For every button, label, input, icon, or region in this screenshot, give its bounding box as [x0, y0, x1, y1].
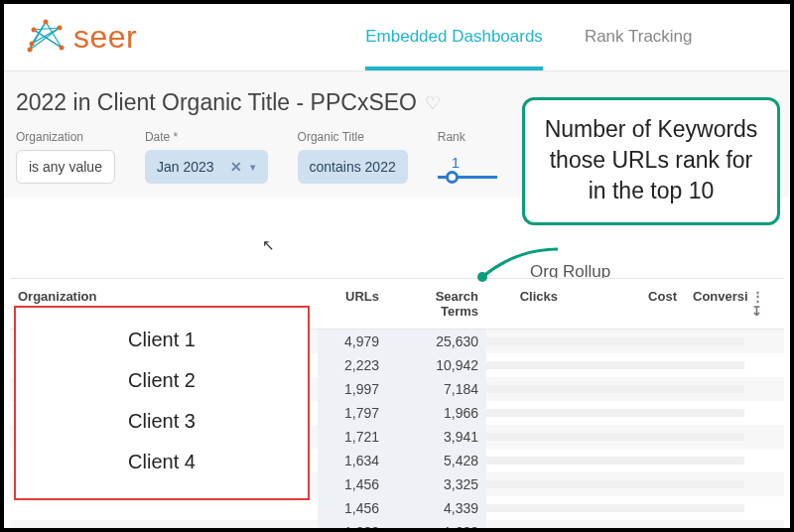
date-value: Jan 2023	[157, 159, 214, 175]
cell-clicks	[486, 504, 566, 512]
organization-value: is any value	[29, 159, 102, 175]
svg-point-3	[32, 27, 37, 32]
organic-title-value: contains 2022	[310, 159, 396, 175]
slider-handle[interactable]	[446, 171, 459, 184]
cell-cost	[566, 528, 685, 532]
cell-terms: 7,184	[387, 377, 486, 401]
cell-terms: 10,942	[387, 353, 486, 377]
cell-terms: 1,966	[387, 401, 486, 425]
cell-cost	[566, 361, 685, 369]
cell-cost	[566, 433, 685, 441]
mouse-cursor-icon: ↖	[262, 236, 275, 254]
cell-urls: 1,634	[318, 449, 387, 472]
date-selector[interactable]: Jan 2023 ✕ ▾	[145, 150, 268, 184]
cell-conv	[685, 361, 744, 369]
nav-embedded-dashboards[interactable]: Embedded Dashboards	[365, 5, 543, 70]
organic-title-selector[interactable]: contains 2022	[298, 150, 408, 184]
logo: seer	[24, 18, 137, 58]
column-actions[interactable]: ⋮ ↧	[744, 285, 770, 323]
cell-urls: 1,456	[318, 472, 387, 496]
svg-point-0	[28, 47, 33, 52]
cell-urls: 1,797	[318, 401, 387, 425]
cell-urls: 1,082	[318, 520, 387, 532]
chevron-down-icon[interactable]: ▾	[250, 161, 256, 174]
cell-conv	[685, 480, 744, 488]
favorite-icon[interactable]: ♡	[425, 92, 441, 114]
col-conversions[interactable]: Conversi	[685, 285, 744, 323]
col-urls[interactable]: URLs	[318, 285, 387, 323]
topbar: seer Embedded Dashboards Rank Tracking	[4, 4, 790, 71]
cell-conv	[685, 528, 744, 532]
filter-organic-title: Organic Title contains 2022	[298, 130, 408, 184]
cell-clicks	[486, 385, 566, 393]
cell-clicks	[486, 457, 566, 465]
table-row[interactable]: 1,0821,688	[10, 520, 784, 532]
filter-organization: Organization is any value	[16, 130, 115, 184]
col-clicks[interactable]: Clicks	[486, 285, 566, 323]
cell-cost	[566, 385, 685, 393]
svg-point-2	[60, 45, 65, 50]
filter-date: Date * Jan 2023 ✕ ▾	[145, 130, 268, 184]
cell-urls: 1,997	[318, 377, 387, 401]
cell-conv	[685, 337, 744, 345]
rank-slider[interactable]: 1	[438, 158, 497, 178]
cell-terms: 3,941	[387, 425, 486, 449]
seer-logo-icon	[24, 18, 67, 58]
nav: Embedded Dashboards Rank Tracking	[365, 5, 692, 70]
cell-urls: 4,979	[318, 330, 387, 353]
client-label: Client 3	[128, 410, 196, 438]
cell-clicks	[486, 528, 566, 532]
cell-conv	[685, 457, 744, 465]
cell-cost	[566, 457, 685, 465]
cell-clicks	[486, 409, 566, 417]
cell-urls: 1,456	[318, 496, 387, 520]
filter-label: Rank	[438, 130, 497, 144]
client-label: Client 4	[128, 451, 196, 478]
filter-label: Organization	[16, 130, 115, 144]
cell-clicks	[486, 433, 566, 441]
cell-conv	[685, 504, 744, 512]
cell-cost	[566, 409, 685, 417]
page-title: 2022 in Client Organic Title - PPCxSEO	[16, 89, 417, 116]
nav-rank-tracking[interactable]: Rank Tracking	[585, 5, 693, 70]
filter-label: Date *	[145, 130, 268, 144]
cell-urls: 1,721	[318, 425, 387, 449]
cell-terms: 3,325	[387, 472, 486, 496]
rank-value: 1	[452, 154, 460, 171]
cell-terms: 25,630	[387, 330, 486, 353]
col-search-terms[interactable]: Search Terms	[387, 285, 486, 323]
svg-point-4	[58, 25, 63, 30]
cell-cost	[566, 504, 685, 512]
cell-clicks	[486, 337, 566, 345]
client-label: Client 2	[128, 369, 196, 397]
cell-cost	[566, 337, 685, 345]
clear-icon[interactable]: ✕	[230, 159, 242, 175]
cell-clicks	[486, 480, 566, 488]
cell-terms: 4,339	[387, 496, 486, 520]
annotation-callout: Number of Keywords those URLs rank for i…	[522, 97, 780, 225]
clients-redacted-overlay: Client 1 Client 2 Client 3 Client 4	[14, 306, 310, 500]
cell-terms: 5,428	[387, 449, 486, 472]
cell-conv	[685, 433, 744, 441]
svg-point-1	[44, 19, 49, 24]
svg-point-5	[30, 41, 35, 46]
cell-cost	[566, 480, 685, 488]
cell-clicks	[486, 361, 566, 369]
filter-label: Organic Title	[298, 130, 408, 144]
col-cost[interactable]: Cost	[566, 285, 685, 323]
cell-urls: 2,223	[318, 353, 387, 377]
client-label: Client 1	[128, 329, 196, 356]
filter-rank: Rank 1	[438, 130, 497, 178]
cell-conv	[685, 409, 744, 417]
cell-terms: 1,688	[387, 520, 486, 532]
organization-selector[interactable]: is any value	[16, 150, 115, 184]
logo-text: seer	[73, 19, 137, 56]
cell-conv	[685, 385, 744, 393]
